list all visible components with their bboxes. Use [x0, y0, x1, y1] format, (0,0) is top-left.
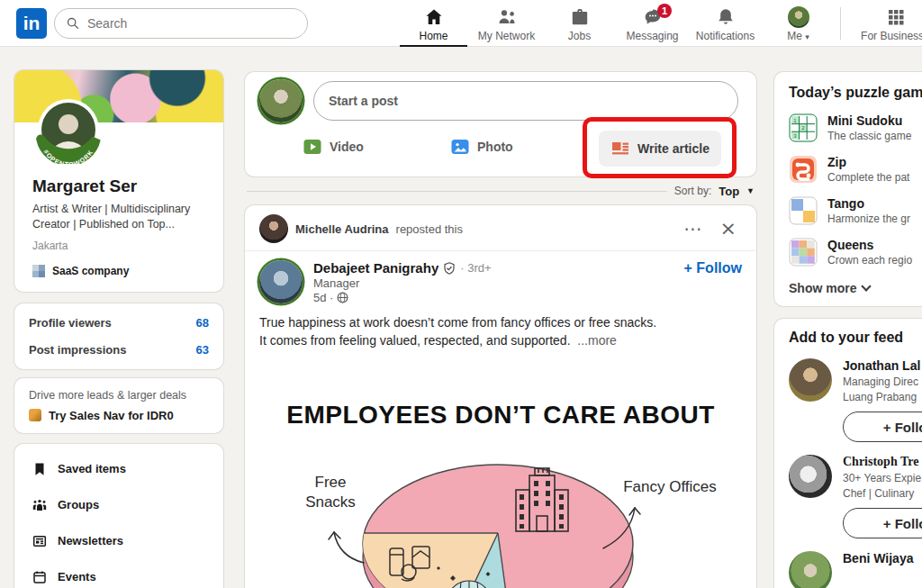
sidebar-item-groups[interactable]: Groups — [14, 487, 223, 523]
profile-name[interactable]: Margaret Ser — [32, 176, 205, 196]
follow-button[interactable]: + Follow — [843, 412, 922, 442]
events-icon — [32, 570, 47, 584]
chevron-down-icon — [862, 281, 872, 291]
nav-tab-label: For Business ▾ — [861, 30, 922, 42]
person-avatar[interactable] — [789, 358, 832, 402]
sidebar-item-events[interactable]: Events — [14, 559, 223, 588]
profile-card: #OPENTOWORK Margaret Ser Artist & Writer… — [14, 70, 223, 292]
suggested-person: Beni Wijaya — [789, 551, 922, 588]
composer-card: Start a post Video Photo Write article — [245, 72, 756, 176]
nav-tab-label: Messaging — [626, 30, 678, 42]
puzzle-item-queens[interactable]: Queens Crown each regio — [789, 238, 922, 267]
puzzle-item-zip[interactable]: Zip Complete the pat — [789, 155, 922, 184]
nav-tabs: Home My Network Jobs Messaging 1 — [397, 0, 922, 47]
mini-sudoku-icon: 1 2 3 — [789, 113, 818, 142]
puzzle-item-mini-sudoku[interactable]: 1 2 3 Mini Sudoku The classic game — [789, 113, 922, 142]
globe-icon — [337, 292, 348, 303]
composer-avatar[interactable] — [259, 79, 303, 122]
write-article-button[interactable]: Write article — [599, 131, 721, 167]
promo-link[interactable]: Try Sales Nav for IDR0 — [29, 409, 209, 422]
see-more-link[interactable]: ...more — [577, 333, 617, 348]
reposter-name[interactable]: Michelle Audrina — [295, 222, 389, 236]
write-article-icon — [610, 139, 630, 158]
puzzles-card: Today’s puzzle gam 1 2 3 Mini Sudoku The… — [774, 72, 922, 306]
start-post-button[interactable]: Start a post — [313, 81, 738, 121]
puzzle-name: Queens — [827, 238, 912, 252]
stat-label: Profile viewers — [29, 316, 112, 330]
follow-button[interactable]: + Follow — [843, 508, 922, 538]
linkedin-logo[interactable]: in — [16, 8, 47, 39]
nav-tab-label: Home — [419, 30, 447, 42]
pie-label-fancy-offices: Fancy Offices — [616, 477, 724, 497]
sidebar-item-saved-items[interactable]: Saved items — [14, 451, 223, 487]
stat-value: 63 — [196, 343, 209, 357]
top-navbar: in Home My Network Jobs — [0, 0, 922, 47]
sales-nav-promo-card[interactable]: Drive more leads & larger deals Try Sale… — [14, 378, 223, 433]
chevron-down-icon: ▼ — [746, 186, 755, 195]
post-dismiss-button[interactable]: × — [715, 217, 742, 240]
puzzle-item-tango[interactable]: Tango Harmonize the gr — [789, 196, 922, 225]
show-more-button[interactable]: Show more — [789, 281, 922, 295]
puzzle-name: Mini Sudoku — [827, 113, 911, 128]
post-image[interactable]: EMPLOYEES DON’T CARE ABOUT Free Snacks F… — [245, 357, 756, 588]
nav-tab-label: Me ▾ — [787, 30, 809, 42]
nav-tab-jobs[interactable]: Jobs — [543, 0, 616, 47]
sort-by-label: Sort by: — [674, 185, 711, 197]
nav-tab-notifications[interactable]: Notifications — [689, 0, 762, 47]
video-icon — [303, 137, 322, 157]
sidebar-item-newsletters[interactable]: Newsletters — [14, 523, 223, 559]
nav-tab-for-business[interactable]: For Business ▾ — [846, 0, 922, 47]
reposter-avatar[interactable] — [259, 214, 288, 243]
me-avatar — [788, 6, 809, 28]
promo-tagline: Drive more leads & larger deals — [29, 389, 209, 402]
author-name[interactable]: Debajeet Panigrahy — [313, 260, 438, 276]
chevron-down-icon: ▾ — [805, 32, 809, 41]
author-headline: Manager — [313, 276, 684, 290]
analytics-card: Profile viewers 68 Post impressions 63 — [14, 303, 223, 369]
person-subline: Luang Prabang — [843, 391, 922, 403]
author-avatar[interactable] — [259, 260, 303, 303]
post-timestamp: 5d · — [313, 291, 684, 304]
nav-tab-my-network[interactable]: My Network — [470, 0, 543, 47]
person-avatar[interactable] — [789, 551, 832, 588]
nav-tab-label: Notifications — [696, 30, 755, 42]
grid-icon — [885, 6, 907, 28]
photo-button[interactable]: Photo — [450, 129, 513, 165]
search-input[interactable] — [87, 16, 285, 31]
nav-tab-me[interactable]: Me ▾ — [762, 0, 835, 47]
profile-avatar[interactable]: #OPENTOWORK — [34, 95, 103, 164]
person-name[interactable]: Beni Wijaya — [843, 551, 913, 565]
puzzle-desc: Crown each regio — [827, 254, 912, 267]
person-avatar[interactable] — [789, 455, 832, 498]
photo-icon — [450, 137, 470, 157]
video-button[interactable]: Video — [303, 129, 364, 165]
post-impressions-row[interactable]: Post impressions 63 — [29, 343, 209, 357]
zip-icon — [789, 155, 818, 184]
add-to-feed-card: Add to your feed Jonathan Lal Managing D… — [774, 319, 922, 588]
profile-viewers-row[interactable]: Profile viewers 68 — [29, 316, 209, 330]
suggested-person: Christoph Tre 30+ Years Expie Chef | Cul… — [789, 455, 922, 538]
repost-action-text: reposted this — [396, 222, 463, 236]
person-name[interactable]: Jonathan Lal — [843, 358, 922, 373]
sort-bar: Sort by: Top ▼ — [245, 176, 756, 205]
groups-icon — [32, 498, 47, 512]
nav-divider — [840, 7, 841, 40]
profile-headline: Artist & Writer | Multidisciplinary Crea… — [32, 202, 205, 232]
nav-tab-home[interactable]: Home — [397, 0, 470, 47]
sort-by-value[interactable]: Top — [719, 185, 739, 198]
follow-button[interactable]: + Follow — [684, 260, 742, 304]
nav-tab-label: Jobs — [568, 30, 591, 42]
feed-post: Michelle Audrina reposted this ⋯ × Debaj… — [245, 205, 756, 588]
home-icon — [423, 6, 445, 28]
verified-badge-icon — [443, 262, 456, 275]
sales-nav-icon — [29, 409, 41, 421]
notifications-icon — [715, 6, 737, 28]
profile-company[interactable]: SaaS company — [32, 265, 205, 277]
post-menu-button[interactable]: ⋯ — [679, 218, 708, 240]
post-text: True happiness at work doesn’t come from… — [245, 304, 756, 357]
puzzle-desc: Complete the pat — [827, 171, 909, 184]
nav-tab-messaging[interactable]: Messaging 1 — [616, 0, 689, 47]
person-name[interactable]: Christoph Tre — [843, 455, 922, 469]
person-subline: Chef | Culinary — [843, 487, 922, 500]
search-bar[interactable] — [54, 8, 308, 39]
